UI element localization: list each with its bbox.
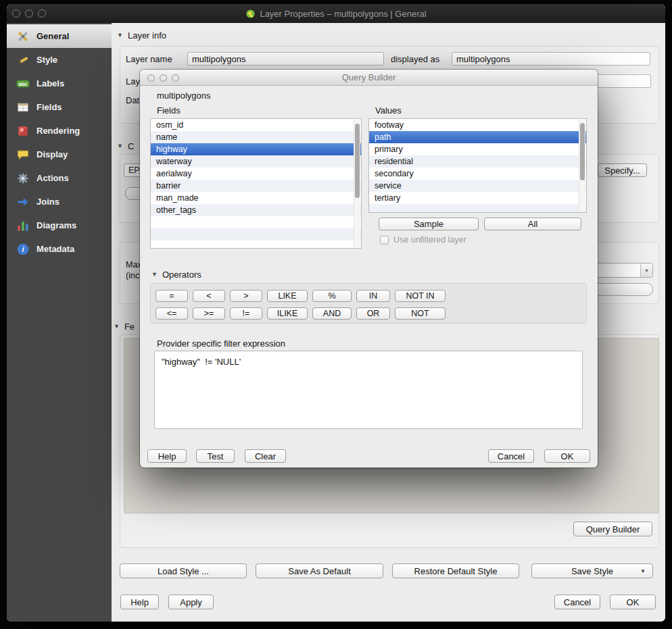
screen: Layer Properties – multipolygons | Gener… <box>0 0 672 629</box>
operator-button[interactable]: % <box>312 290 352 302</box>
sidebar-item-label: Fields <box>37 102 62 112</box>
value-row[interactable]: primary <box>369 143 586 155</box>
close-button[interactable] <box>147 74 155 82</box>
values-scrollbar[interactable] <box>579 120 585 211</box>
operators-row-1: =<>LIKE%INNOT IN <box>155 290 446 302</box>
sidebar-item-label: Actions <box>37 173 69 183</box>
sidebar-item-joins[interactable]: Joins <box>7 190 112 213</box>
field-row[interactable]: waterway <box>151 155 361 168</box>
rendering-icon <box>15 124 31 139</box>
minimize-button[interactable] <box>160 74 167 82</box>
fields-label: Fields <box>157 105 181 116</box>
filter-expression-label: Provider specific filter expression <box>157 338 285 349</box>
value-row[interactable]: footway <box>369 119 586 131</box>
value-row[interactable]: service <box>369 180 586 192</box>
disclosure-triangle-icon[interactable]: ▼ <box>114 324 120 330</box>
sidebar-item-fields[interactable]: Fields <box>7 95 112 119</box>
all-button[interactable]: All <box>484 218 581 230</box>
fields-list[interactable]: osm_idnamehighwaywaterwayaerialwaybarrie… <box>150 118 362 249</box>
field-row[interactable]: osm_id <box>151 119 361 131</box>
value-row[interactable]: secondary <box>369 168 586 180</box>
query-builder-dialog: Query Builder multipolygons Fields Value… <box>140 70 598 468</box>
sample-button[interactable]: Sample <box>379 218 479 230</box>
layer-name-input[interactable] <box>187 52 384 66</box>
query-builder-button[interactable]: Query Builder <box>573 522 652 536</box>
specify-crs-button[interactable]: Specify... <box>598 163 647 177</box>
fields-scrollbar[interactable] <box>354 120 360 247</box>
operator-button[interactable]: LIKE <box>267 290 308 302</box>
load-style-button[interactable]: Load Style ... <box>120 563 247 578</box>
zoom-button[interactable] <box>38 9 46 18</box>
qb-test-button[interactable]: Test <box>196 449 235 463</box>
sidebar-item-diagrams[interactable]: Diagrams <box>7 213 112 237</box>
save-as-default-button[interactable]: Save As Default <box>256 563 383 578</box>
use-unfiltered-checkbox[interactable] <box>380 236 389 245</box>
qb-clear-button[interactable]: Clear <box>245 449 286 463</box>
sidebar-item-labels[interactable]: abc Labels <box>7 72 112 95</box>
field-row[interactable]: aerialway <box>151 168 361 180</box>
save-style-button[interactable]: Save Style ▼ <box>531 563 653 578</box>
field-row[interactable]: other_tags <box>151 204 361 216</box>
operator-button[interactable]: OR <box>356 307 390 320</box>
operator-button[interactable]: = <box>155 290 188 302</box>
value-row[interactable]: residential <box>369 155 586 168</box>
operator-button[interactable]: >= <box>193 307 225 320</box>
field-row[interactable]: barrier <box>151 180 361 192</box>
minimize-button[interactable] <box>25 9 33 18</box>
operator-button[interactable]: < <box>193 290 225 302</box>
operator-button[interactable]: <= <box>155 307 188 320</box>
sidebar-item-label: Style <box>37 55 57 65</box>
operator-button[interactable]: AND <box>312 307 352 320</box>
combo-arrow-icon[interactable]: ▾ <box>640 263 652 277</box>
speech-bubble-icon <box>15 147 31 162</box>
sidebar-item-actions[interactable]: Actions <box>7 166 112 190</box>
window-titlebar[interactable]: Layer Properties – multipolygons | Gener… <box>7 4 665 23</box>
apply-button[interactable]: Apply <box>168 595 214 609</box>
qb-help-button[interactable]: Help <box>147 449 187 463</box>
field-row[interactable]: highway <box>151 143 361 155</box>
layer-source-label-fragment: Lay <box>126 76 140 86</box>
values-label: Values <box>375 105 402 116</box>
table-icon <box>15 100 31 115</box>
zoom-button[interactable] <box>172 74 179 82</box>
info-icon: i <box>15 242 31 257</box>
help-button[interactable]: Help <box>120 595 159 609</box>
restore-default-style-button[interactable]: Restore Default Style <box>392 563 519 578</box>
traffic-lights <box>147 74 179 82</box>
operators-header-label: Operators <box>162 270 201 280</box>
scrollbar-thumb[interactable] <box>355 124 360 198</box>
sidebar-item-rendering[interactable]: Rendering <box>7 119 112 143</box>
query-builder-title: Query Builder <box>342 72 395 82</box>
field-row[interactable]: name <box>151 131 361 143</box>
operator-button[interactable]: ILIKE <box>267 307 308 320</box>
values-list[interactable]: footwaypathprimaryresidentialsecondaryse… <box>368 118 587 213</box>
operator-button[interactable]: NOT <box>395 307 446 320</box>
operator-button[interactable]: != <box>230 307 262 320</box>
bar-chart-icon <box>15 218 31 233</box>
qb-ok-button[interactable]: OK <box>544 449 590 463</box>
operator-button[interactable]: NOT IN <box>395 290 446 302</box>
value-row[interactable]: tertiary <box>369 192 586 204</box>
field-row[interactable]: man_made <box>151 192 361 204</box>
disclosure-triangle-icon[interactable]: ▼ <box>117 143 123 149</box>
close-button[interactable] <box>12 9 20 18</box>
sidebar-item-style[interactable]: Style <box>7 48 112 72</box>
data-source-label-fragment: Dat <box>126 95 139 105</box>
operator-button[interactable]: IN <box>356 290 390 302</box>
filter-expression-editor[interactable]: "highway" != 'NULL' <box>154 351 583 429</box>
displayed-as-input[interactable] <box>452 52 650 66</box>
datasource-label: multipolygons <box>157 91 211 101</box>
qb-cancel-button[interactable]: Cancel <box>488 449 534 463</box>
sidebar-item-metadata[interactable]: i Metadata <box>7 237 112 261</box>
scrollbar-thumb[interactable] <box>580 123 585 180</box>
sidebar-item-general[interactable]: General <box>7 24 112 48</box>
crs-section-header: ▼ C <box>117 141 134 151</box>
value-row[interactable]: path <box>369 131 586 143</box>
sidebar-item-display[interactable]: Display <box>7 143 112 166</box>
ok-button[interactable]: OK <box>610 595 656 609</box>
operator-button[interactable]: > <box>230 290 262 302</box>
query-builder-titlebar[interactable]: Query Builder <box>140 70 598 86</box>
disclosure-triangle-icon[interactable]: ▼ <box>117 32 123 39</box>
cancel-button[interactable]: Cancel <box>554 595 600 609</box>
disclosure-triangle-icon[interactable]: ▼ <box>151 272 158 278</box>
